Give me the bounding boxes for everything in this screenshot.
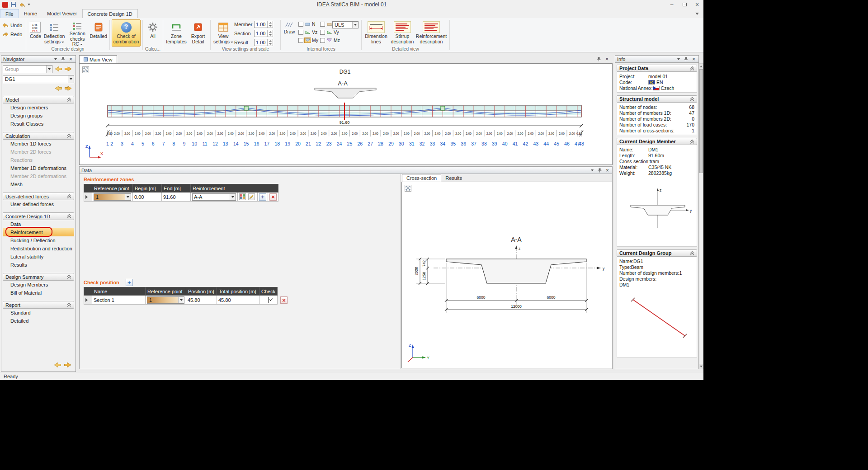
tab-file[interactable]: File <box>0 9 19 18</box>
tab-model-viewer[interactable]: Model Viewer <box>42 9 82 18</box>
reference-point-select[interactable]: 1 <box>94 193 131 201</box>
checkbox[interactable] <box>298 30 303 35</box>
force-toggle-my[interactable]: My <box>298 37 318 43</box>
nav-section-header-user-defined-forces[interactable]: User-defined forces <box>3 193 74 200</box>
nav-item-design-members[interactable]: Design Members <box>3 281 74 289</box>
minimize-button[interactable]: – <box>665 0 678 9</box>
row-expander[interactable] <box>84 296 92 305</box>
nav-item-data[interactable]: Data <box>3 220 74 228</box>
zone-begin-value[interactable]: 0.00 <box>133 193 162 202</box>
nav-section-header-concrete-design-1d[interactable]: Concrete Design 1D <box>3 212 74 220</box>
close-icon[interactable]: × <box>68 56 74 62</box>
nav-item-lateral-stability[interactable]: Lateral stability <box>3 253 74 261</box>
check-of-combination-button[interactable]: ? Check of combination <box>112 19 141 47</box>
nav-section-header-report[interactable]: Report <box>3 301 74 309</box>
close-icon[interactable]: × <box>604 167 610 173</box>
zoom-fit-icon[interactable] <box>405 185 411 192</box>
pin-icon[interactable] <box>597 167 603 173</box>
row-expander[interactable] <box>84 193 92 202</box>
nav-item-member-2d-forces[interactable]: Member 2D forces <box>3 148 74 156</box>
nav-item-member-1d-forces[interactable]: Member 1D forces <box>3 140 74 148</box>
dimension-lines-button[interactable]: Dimension lines <box>363 19 389 47</box>
group-mode-select[interactable]: Group <box>3 65 52 73</box>
nav-item-member-1d-deformations[interactable]: Member 1D deformations <box>3 164 74 172</box>
checkbox[interactable] <box>298 22 303 27</box>
zoom-fit-icon[interactable] <box>82 66 89 73</box>
toolbar-customize-chevron-icon[interactable] <box>28 4 30 5</box>
force-toggle-mz[interactable]: Mz <box>320 37 340 43</box>
close-icon[interactable]: × <box>691 56 697 62</box>
section-header-project-data[interactable]: Project Data <box>617 65 697 72</box>
redo-button[interactable]: Redo <box>1 31 24 38</box>
draw-button[interactable]: Draw <box>283 22 296 34</box>
view-settings-button[interactable]: View settings <box>212 19 234 47</box>
export-detail-button[interactable]: Export Detail <box>188 19 208 47</box>
pin-icon[interactable] <box>683 56 689 62</box>
ribbon-collapse-chevron-icon[interactable] <box>693 10 701 17</box>
nav-item-mesh[interactable]: Mesh <box>3 180 74 188</box>
check-name-value[interactable]: Section 1 <box>92 296 146 305</box>
section-scale-input[interactable]: 1.00 <box>254 30 273 37</box>
close-icon[interactable]: × <box>604 56 610 62</box>
tab-results[interactable]: Results <box>441 174 466 182</box>
section-header-structural-model[interactable]: Structural model <box>617 95 697 103</box>
next-item-button[interactable] <box>64 362 72 369</box>
checkbox[interactable] <box>298 38 303 43</box>
force-toggle-vz[interactable]: Vz <box>298 29 318 35</box>
tab-cross-section[interactable]: Cross-section <box>402 174 441 182</box>
nav-item-design-members[interactable]: Design members <box>3 103 74 112</box>
nav-item-design-groups[interactable]: Design groups <box>3 112 74 120</box>
nav-item-reactions[interactable]: Reactions <box>3 156 74 164</box>
next-member-button[interactable] <box>64 85 72 92</box>
cross-section-canvas[interactable]: A-A z y 2000 <box>401 182 613 368</box>
checkbox[interactable] <box>320 30 325 35</box>
combination-select[interactable]: ULS <box>332 21 359 28</box>
chevron-down-icon[interactable] <box>675 56 681 62</box>
delete-zone-button[interactable]: × <box>269 193 277 201</box>
force-toggle-n[interactable]: N <box>298 21 318 27</box>
tab-concrete-design-1d[interactable]: Concrete Design 1D <box>82 9 138 18</box>
tab-main-view[interactable]: Main View <box>79 55 117 63</box>
elevation-canvas[interactable]: DG1 A-A 12345678910111213141516171819202… <box>79 63 613 165</box>
section-checks-rc-button[interactable]: Section checks RC <box>66 19 89 47</box>
nav-item-result-classes[interactable]: Result Classes <box>3 120 74 128</box>
previous-item-button[interactable] <box>53 362 61 369</box>
spinner-buttons[interactable] <box>267 30 273 37</box>
save-icon[interactable] <box>11 2 16 7</box>
chevron-down-icon[interactable] <box>52 56 58 62</box>
next-group-button[interactable] <box>64 66 72 73</box>
nav-item-results[interactable]: Results <box>3 261 74 269</box>
scrollbar-thumb[interactable] <box>699 69 703 173</box>
nav-section-header-design-summary[interactable]: Design Summary <box>3 273 74 281</box>
add-check-position-button[interactable]: + <box>126 279 133 286</box>
stirrup-description-button[interactable]: Stirrup description <box>389 19 416 47</box>
nav-item-standard[interactable]: Standard <box>3 309 74 317</box>
nav-item-user-defined-forces[interactable]: User-defined forces <box>3 200 74 208</box>
delete-check-position-button[interactable]: × <box>280 296 288 304</box>
scroll-down-icon[interactable] <box>699 364 703 369</box>
chevron-down-icon[interactable] <box>589 167 595 173</box>
checkbox[interactable] <box>320 38 325 43</box>
pin-icon[interactable] <box>596 56 602 62</box>
zone-templates-button[interactable]: Zone templates <box>165 19 188 47</box>
nav-item-redistribution-and-reduction[interactable]: Redistribution and reduction <box>3 244 74 253</box>
section-header-current-design-group[interactable]: Current Design Group <box>617 249 697 257</box>
result-scale-input[interactable]: 1.00 <box>254 39 273 46</box>
nav-item-buckling-deflection[interactable]: Buckling / Deflection <box>3 236 74 244</box>
info-scrollbar[interactable] <box>699 63 703 369</box>
force-toggle-vy[interactable]: Vy <box>320 29 340 35</box>
nav-item-member-2d-deformations[interactable]: Member 2D deformations <box>3 172 74 180</box>
design-group-select[interactable]: DG1 <box>3 75 74 83</box>
nav-section-header-model[interactable]: Model <box>3 96 74 103</box>
check-enabled-checkbox[interactable] <box>268 297 269 303</box>
maximize-button[interactable] <box>678 0 691 9</box>
undo-button[interactable]: Undo <box>1 22 24 28</box>
add-zone-button[interactable]: + <box>259 193 266 201</box>
zone-template-button[interactable] <box>239 193 246 200</box>
checkbox[interactable] <box>320 22 325 27</box>
scroll-up-icon[interactable] <box>699 64 703 69</box>
spinner-buttons[interactable] <box>267 21 273 28</box>
spinner-buttons[interactable] <box>267 39 273 46</box>
check-position-value[interactable]: 45.80 <box>186 296 217 305</box>
section-header-current-design-member[interactable]: Current Design Member <box>617 138 697 145</box>
